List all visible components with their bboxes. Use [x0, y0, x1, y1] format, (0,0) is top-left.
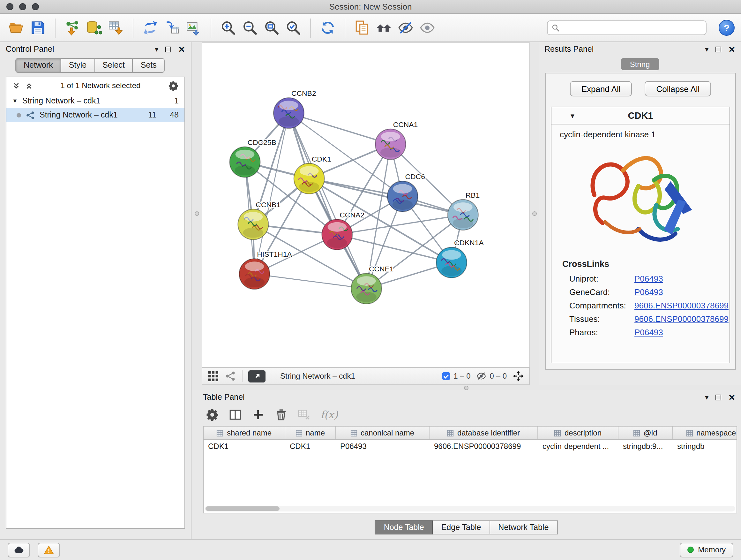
zoom-selected-icon [285, 20, 301, 36]
collapse-all-button[interactable]: Collapse All [645, 81, 711, 97]
pan-crosshair-icon[interactable] [513, 370, 524, 382]
collapse-panel-icon[interactable]: ▾ [705, 394, 709, 401]
tab-network[interactable]: Network [15, 58, 61, 73]
network-node[interactable] [239, 259, 270, 289]
import-network-file-button[interactable] [63, 17, 82, 39]
splitter-handle[interactable] [194, 211, 199, 216]
close-panel-icon[interactable]: ✕ [178, 45, 185, 53]
save-session-button[interactable] [28, 17, 48, 39]
column-header-namespace[interactable]: namespace [673, 427, 737, 439]
column-header-database-identifier[interactable]: database identifier [429, 427, 538, 439]
crosslink-link[interactable]: P06493 [634, 327, 663, 337]
open-session-button[interactable] [6, 17, 26, 39]
tab-sets[interactable]: Sets [133, 58, 165, 73]
expand-all-icon[interactable] [25, 81, 33, 90]
column-header-id[interactable]: @id [618, 427, 673, 439]
network-node[interactable] [387, 181, 418, 212]
tab-style[interactable]: Style [61, 58, 95, 73]
control-panel-tabs: Network Style Select Sets [0, 56, 191, 73]
export-view-button[interactable] [248, 370, 266, 382]
cloud-status-button[interactable] [8, 543, 30, 557]
results-tab-string[interactable]: String [621, 58, 659, 70]
float-panel-icon[interactable] [716, 394, 721, 400]
zoom-fit-button[interactable] [262, 17, 281, 39]
network-node[interactable] [448, 199, 478, 230]
import-table-file-button[interactable] [106, 17, 126, 39]
split-columns-icon[interactable] [228, 408, 242, 421]
zoom-in-button[interactable] [218, 17, 238, 39]
network-node[interactable] [273, 98, 304, 128]
collapse-panel-icon[interactable]: ▾ [705, 46, 709, 53]
scrollbar-thumb[interactable] [205, 506, 280, 511]
hide-selected-button[interactable] [396, 17, 415, 39]
network-node[interactable] [351, 273, 382, 304]
tab-network-table[interactable]: Network Table [490, 520, 557, 535]
close-panel-icon[interactable]: ✕ [728, 393, 735, 401]
network-node[interactable] [375, 129, 406, 160]
protein-description: cyclin-dependent kinase 1 [551, 125, 730, 139]
network-from-table-button[interactable] [162, 17, 182, 39]
network-node[interactable] [322, 219, 353, 250]
birdseye-grid-icon[interactable] [207, 370, 219, 382]
collapse-all-icon[interactable] [12, 81, 20, 90]
tab-select[interactable]: Select [95, 58, 133, 73]
add-column-icon[interactable] [252, 408, 265, 421]
first-neighbors-button[interactable] [374, 17, 394, 39]
gear-icon[interactable] [168, 80, 179, 91]
trash-icon[interactable] [274, 408, 288, 421]
node-label: CDC6 [405, 172, 425, 181]
search-input[interactable] [563, 23, 702, 32]
column-header-description[interactable]: description [538, 427, 618, 439]
help-button[interactable]: ? [719, 20, 735, 36]
network-node[interactable] [230, 147, 260, 178]
tab-edge-table[interactable]: Edge Table [433, 520, 490, 535]
network-node[interactable] [294, 164, 325, 194]
import-network-database-button[interactable] [84, 17, 104, 39]
new-network-button[interactable] [140, 17, 160, 39]
column-header-shared-name[interactable]: shared name [204, 427, 285, 439]
refresh-icon [320, 20, 336, 36]
network-label: String Network – cdk1 [40, 111, 118, 119]
tab-node-table[interactable]: Node Table [375, 520, 433, 535]
collapse-panel-icon[interactable]: ▾ [155, 46, 158, 53]
crosslink-link[interactable]: 9606.ENSP00000378699 [634, 301, 729, 310]
close-panel-icon[interactable]: ✕ [728, 45, 735, 53]
gear-icon[interactable] [205, 408, 219, 421]
zoom-out-button[interactable] [240, 17, 260, 39]
control-panel-title: Control Panel [6, 45, 54, 54]
splitter-handle[interactable] [464, 385, 468, 390]
close-window-button[interactable] [6, 3, 13, 10]
hidden-eye-slash-icon[interactable] [476, 371, 487, 381]
paste-button[interactable] [352, 17, 372, 39]
float-panel-icon[interactable] [165, 46, 171, 52]
paste-document-icon [354, 20, 370, 36]
network-node[interactable] [238, 209, 269, 240]
export-image-button[interactable] [184, 17, 204, 39]
table-row[interactable]: CDK1 CDK1 P06493 9606.ENSP00000378699 cy… [204, 440, 737, 453]
column-header-canonical-name[interactable]: canonical name [336, 427, 429, 439]
column-header-name[interactable]: name [285, 427, 336, 439]
zoom-selected-button[interactable] [283, 17, 303, 39]
disclosure-triangle-icon[interactable]: ▼ [569, 112, 576, 119]
refresh-layout-button[interactable] [318, 17, 338, 39]
crosslink-link[interactable]: P06493 [634, 287, 663, 297]
selected-checkbox-icon[interactable] [441, 372, 450, 381]
network-collection-row[interactable]: ▼ String Network – cdk1 1 [6, 94, 185, 108]
float-panel-icon[interactable] [716, 46, 721, 52]
splitter-handle[interactable] [532, 211, 536, 216]
warnings-button[interactable] [38, 543, 60, 557]
disclosure-triangle-icon[interactable]: ▼ [12, 98, 18, 104]
node-label: CDC25B [247, 138, 276, 146]
crosslink-link[interactable]: P06493 [634, 274, 663, 284]
zoom-window-button[interactable] [32, 3, 39, 10]
expand-all-button[interactable]: Expand All [570, 81, 632, 97]
show-all-button[interactable] [417, 17, 437, 39]
network-overview-icon[interactable] [225, 370, 236, 382]
crosslink-link[interactable]: 9606.ENSP00000378699 [634, 314, 729, 324]
network-graph[interactable]: CCNB2CCNA1CDC25BCDK1CDC6RB1CCNB1CCNA2CDK… [202, 42, 530, 367]
minimize-window-button[interactable] [19, 3, 26, 10]
network-node[interactable] [436, 247, 467, 278]
network-row[interactable]: String Network – cdk1 11 48 [6, 108, 185, 122]
memory-button[interactable]: Memory [679, 543, 733, 557]
function-builder-icon[interactable]: f(x) [320, 408, 338, 421]
